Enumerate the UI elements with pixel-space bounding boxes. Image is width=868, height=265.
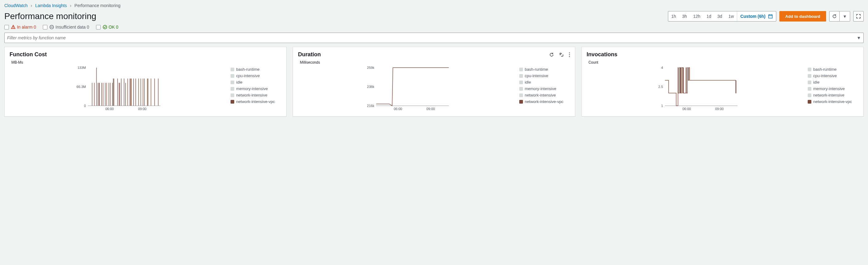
- legend-swatch: [808, 74, 811, 78]
- legend-item[interactable]: cpu-intensive: [230, 73, 281, 78]
- legend-item[interactable]: bash-runtime: [808, 67, 859, 72]
- legend-item[interactable]: memory-intensive: [808, 87, 859, 91]
- legend-item[interactable]: network-intensive: [808, 93, 859, 97]
- legend-label: network-intensive: [236, 93, 267, 97]
- legend-label: network-intensive: [813, 93, 844, 97]
- svg-text:2.5: 2.5: [658, 85, 663, 89]
- page-title: Performance monitoring: [4, 11, 96, 21]
- refresh-icon[interactable]: [549, 52, 554, 57]
- expand-icon[interactable]: [559, 52, 564, 57]
- legend-item[interactable]: idle: [519, 80, 570, 85]
- insufficient-icon: [49, 25, 54, 30]
- legend-item[interactable]: cpu-intensive: [519, 73, 570, 78]
- svg-text:06:00: 06:00: [105, 107, 114, 111]
- legend-swatch: [808, 100, 811, 104]
- filter-input-container: ▼: [4, 33, 864, 43]
- filter-input[interactable]: [7, 35, 857, 40]
- chart-plot: 066.3M133M06:0009:00: [9, 66, 227, 112]
- time-3h[interactable]: 3h: [679, 11, 690, 21]
- breadcrumb-mid[interactable]: Lambda Insights: [35, 3, 67, 8]
- checkbox-in-alarm[interactable]: [4, 25, 9, 30]
- breadcrumb-root[interactable]: CloudWatch: [4, 3, 28, 8]
- legend-item[interactable]: network-intensive: [519, 93, 570, 97]
- checkbox-insufficient[interactable]: [43, 25, 48, 30]
- legend-item[interactable]: bash-runtime: [230, 67, 281, 72]
- legend-label: network-intensive-vpc: [813, 99, 852, 104]
- time-custom-label: Custom (6h): [740, 14, 766, 19]
- svg-point-53: [569, 56, 570, 57]
- menu-icon[interactable]: [569, 52, 570, 57]
- time-custom[interactable]: Custom (6h): [737, 11, 776, 21]
- legend-label: idle: [813, 80, 819, 85]
- checkbox-ok[interactable]: [96, 25, 101, 30]
- caret-down-icon[interactable]: ▼: [857, 35, 861, 40]
- chart-unit: Count: [589, 60, 859, 65]
- add-to-dashboard-button[interactable]: Add to dashboard: [779, 11, 826, 22]
- svg-text:66.3M: 66.3M: [76, 85, 86, 89]
- legend-swatch: [230, 87, 234, 91]
- svg-point-52: [569, 54, 570, 55]
- legend-label: memory-intensive: [525, 87, 557, 91]
- legend-item[interactable]: bash-runtime: [519, 67, 570, 72]
- chart-title: Duration: [298, 51, 321, 58]
- legend-swatch: [519, 80, 523, 84]
- time-3d[interactable]: 3d: [714, 11, 725, 21]
- time-1h[interactable]: 1h: [668, 11, 679, 21]
- ok-label: OK 0: [108, 25, 119, 30]
- legend-item[interactable]: network-intensive-vpc: [519, 99, 570, 104]
- svg-text:0: 0: [84, 104, 86, 108]
- legend-label: network-intensive: [525, 93, 556, 97]
- in-alarm-label: In alarm 0: [17, 25, 36, 30]
- time-12h[interactable]: 12h: [690, 11, 703, 21]
- svg-text:09:00: 09:00: [715, 107, 724, 111]
- insufficient-label: Insufficient data 0: [55, 25, 89, 30]
- alarm-icon: [11, 25, 16, 30]
- chart-legend: bash-runtime cpu-intensive idle memory-i…: [808, 66, 859, 112]
- legend-label: idle: [525, 80, 531, 85]
- svg-rect-0: [769, 15, 772, 18]
- legend-item[interactable]: network-intensive-vpc: [808, 99, 859, 104]
- chart-legend: bash-runtime cpu-intensive idle memory-i…: [519, 66, 570, 112]
- legend-swatch: [808, 94, 811, 97]
- legend-swatch: [230, 74, 234, 78]
- svg-text:1: 1: [661, 104, 663, 108]
- time-1d[interactable]: 1d: [703, 11, 714, 21]
- chart-card-function_cost: Function Cost MB-Ms 066.3M133M06:0009:00…: [4, 47, 286, 117]
- refresh-dropdown-button[interactable]: ▼: [840, 11, 850, 22]
- legend-item[interactable]: idle: [230, 80, 281, 85]
- chevron-right-icon: ›: [31, 3, 32, 8]
- chart-unit: Milliseconds: [300, 60, 570, 65]
- svg-text:09:00: 09:00: [138, 107, 147, 111]
- legend-label: cpu-intensive: [236, 73, 260, 78]
- legend-item[interactable]: memory-intensive: [230, 87, 281, 91]
- legend-swatch: [808, 68, 811, 71]
- status-filters: In alarm 0 Insufficient data 0 OK 0: [4, 25, 864, 30]
- svg-text:133M: 133M: [78, 66, 86, 69]
- legend-label: cpu-intensive: [813, 73, 837, 78]
- legend-item[interactable]: network-intensive: [230, 93, 281, 97]
- legend-swatch: [808, 87, 811, 91]
- svg-text:238k: 238k: [367, 85, 375, 89]
- expand-icon: [856, 14, 861, 19]
- chart-card-duration: Duration Milliseconds 216k238k259k06:000…: [293, 47, 575, 117]
- svg-text:06:00: 06:00: [682, 107, 691, 111]
- legend-label: memory-intensive: [236, 87, 268, 91]
- legend-item[interactable]: idle: [808, 80, 859, 85]
- time-1w[interactable]: 1w: [725, 11, 737, 21]
- legend-label: network-intensive-vpc: [236, 99, 275, 104]
- legend-item[interactable]: network-intensive-vpc: [230, 99, 281, 104]
- legend-item[interactable]: cpu-intensive: [808, 73, 859, 78]
- legend-label: bash-runtime: [813, 67, 837, 72]
- legend-item[interactable]: memory-intensive: [519, 87, 570, 91]
- calendar-icon: [768, 14, 773, 19]
- legend-label: cpu-intensive: [525, 73, 549, 78]
- refresh-button[interactable]: [829, 11, 840, 22]
- svg-point-5: [13, 28, 13, 28]
- legend-swatch: [230, 94, 234, 97]
- chart-plot: 12.5406:0009:00: [587, 66, 805, 112]
- svg-text:06:00: 06:00: [394, 107, 403, 111]
- time-range-selector: 1h 3h 12h 1d 3d 1w Custom (6h): [668, 11, 776, 22]
- svg-text:4: 4: [661, 66, 663, 69]
- fullscreen-button[interactable]: [853, 11, 864, 22]
- svg-point-51: [569, 52, 570, 53]
